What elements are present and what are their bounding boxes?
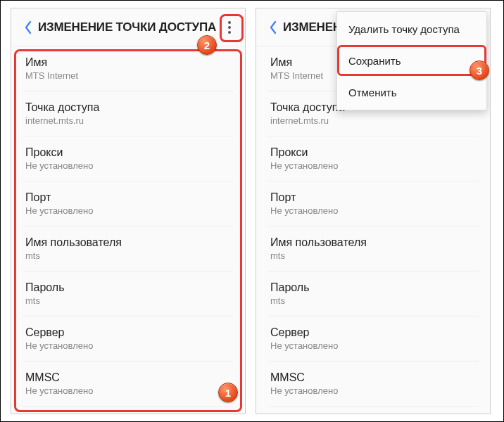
field-value: Не установлено	[270, 205, 476, 216]
field-value: internet.mts.ru	[270, 115, 476, 126]
field-label: Порт	[270, 191, 476, 204]
field-port[interactable]: Порт Не установлено	[267, 181, 479, 226]
field-server[interactable]: Сервер Не установлено	[23, 316, 234, 362]
options-popup: Удалить точку доступа Сохранить 3 Отмени…	[336, 11, 487, 110]
menu-save[interactable]: Сохранить	[337, 45, 486, 77]
field-label: Пароль	[270, 281, 476, 294]
apn-fields-list: Имя MTS Internet Точка доступа internet.…	[11, 46, 245, 407]
field-apn[interactable]: Точка доступа internet.mts.ru	[23, 91, 234, 136]
field-label: Порт	[25, 191, 231, 204]
back-button[interactable]	[263, 15, 283, 40]
field-label: Прокси	[25, 146, 231, 159]
more-options-button[interactable]	[218, 15, 241, 40]
field-server[interactable]: Сервер Не установлено	[267, 316, 479, 362]
field-port[interactable]: Порт Не установлено	[23, 181, 234, 226]
menu-delete-apn[interactable]: Удалить точку доступа	[337, 13, 486, 45]
page-title: ИЗМЕНЕНИЕ ТОЧКИ ДОСТУПА	[38, 20, 218, 34]
field-value: Не установлено	[25, 340, 231, 351]
phone-screen-right: ИЗМЕНЕНИЕ ТОЧКИ ДОСТУПА Имя MTS Internet…	[256, 8, 491, 414]
field-label: Пароль	[25, 281, 231, 294]
field-label: Сервер	[25, 326, 231, 339]
field-value: mts	[270, 250, 476, 261]
tutorial-container: ИЗМЕНЕНИЕ ТОЧКИ ДОСТУПА Имя MTS Internet…	[0, 0, 504, 422]
field-username[interactable]: Имя пользователя mts	[23, 226, 234, 271]
chevron-left-icon	[24, 20, 32, 34]
field-value: Не установлено	[270, 160, 476, 171]
field-value: Не установлено	[25, 385, 231, 396]
field-password[interactable]: Пароль mts	[23, 271, 234, 316]
field-label: Точка доступа	[25, 101, 231, 114]
field-label: Прокси	[270, 146, 476, 159]
field-value: mts	[25, 250, 231, 261]
field-mmsc[interactable]: MMSC Не установлено	[23, 362, 234, 407]
field-value: MTS Internet	[25, 70, 231, 81]
field-value: Не установлено	[25, 205, 231, 216]
menu-cancel[interactable]: Отменить	[337, 77, 486, 108]
field-value: internet.mts.ru	[25, 115, 231, 126]
field-proxy[interactable]: Прокси Не установлено	[267, 136, 479, 181]
field-value: mts	[270, 295, 476, 306]
field-value: Не установлено	[270, 385, 476, 396]
field-password[interactable]: Пароль mts	[267, 271, 479, 316]
field-label: MMSC	[270, 371, 476, 384]
field-label: Имя пользователя	[270, 236, 476, 249]
field-username[interactable]: Имя пользователя mts	[267, 226, 479, 271]
field-label: Имя	[25, 56, 231, 69]
field-value: mts	[25, 295, 231, 306]
step-badge-2: 2	[197, 35, 217, 55]
step-badge-3: 3	[470, 60, 489, 80]
field-value: Не установлено	[270, 340, 476, 351]
field-mmsc[interactable]: MMSC Не установлено	[267, 362, 479, 407]
phone-screen-left: ИЗМЕНЕНИЕ ТОЧКИ ДОСТУПА Имя MTS Internet…	[11, 8, 246, 414]
step-badge-1: 1	[218, 383, 238, 402]
field-proxy[interactable]: Прокси Не установлено	[23, 136, 234, 181]
chevron-left-icon	[269, 20, 277, 34]
field-label: Сервер	[270, 326, 476, 339]
back-button[interactable]	[18, 15, 38, 40]
more-vertical-icon	[228, 21, 231, 34]
field-label: MMSC	[25, 371, 231, 384]
field-value: Не установлено	[25, 160, 231, 171]
field-label: Имя пользователя	[25, 236, 231, 249]
